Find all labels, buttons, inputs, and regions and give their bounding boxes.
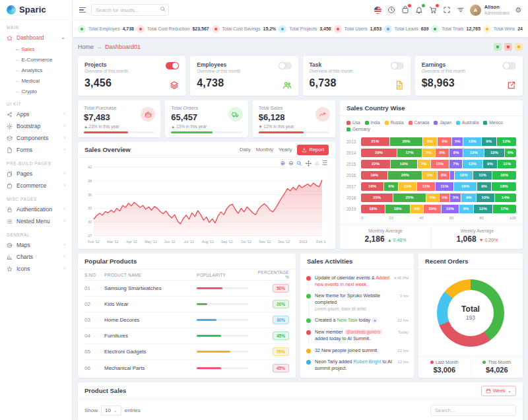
sidebar-item-maps[interactable]: Maps› (0, 239, 72, 251)
task-toggle[interactable] (391, 62, 404, 69)
bag-icon[interactable] (401, 6, 409, 14)
chevron-icon: › (63, 219, 65, 224)
donut-total-value: 193 (466, 314, 475, 321)
sidebar-item-nested-menu[interactable]: Nested Menu› (0, 215, 72, 227)
sidebar-subitem-medical[interactable]: –Medical (0, 75, 72, 86)
chevron-icon: › (63, 135, 65, 141)
range-daily-button[interactable]: Daily (240, 147, 251, 153)
bullet-icon: – (16, 78, 18, 84)
ribbon-stat-label: Total Cost Savings (222, 26, 261, 31)
svg-text:2013: 2013 (299, 240, 307, 244)
search-icon[interactable] (160, 6, 166, 13)
employees-toggle[interactable] (279, 62, 292, 69)
bell-icon[interactable] (415, 6, 423, 14)
zoom-out-icon[interactable]: ⊖ (288, 160, 294, 166)
segment-japan (450, 171, 454, 180)
flag-icon[interactable] (374, 7, 381, 14)
user-role: Administrator (484, 11, 510, 15)
segment-india: 17% (397, 149, 422, 157)
chevron-icon: › (63, 183, 65, 188)
bag-icon (7, 183, 13, 189)
activity-link[interactable]: @andreas.gurrero (345, 330, 382, 334)
legend-canada: Canada (409, 120, 430, 125)
week-filter-button[interactable]: Week⌄ (481, 386, 516, 396)
sidebar-toggle-icon[interactable] (79, 7, 86, 13)
sidebar-item-components[interactable]: Components› (0, 132, 72, 144)
gear-icon (7, 123, 13, 129)
product-sno: 03 (84, 317, 104, 323)
breadcrumb: Home → Dashboard01 (78, 42, 523, 52)
breadcrumb-actions (494, 43, 523, 51)
chevron-icon: › (63, 242, 65, 248)
segment-russia: 7% (426, 193, 439, 202)
sidebar-subitem-sales[interactable]: –Sales (0, 44, 72, 54)
sidebar-item-dashboard[interactable]: Dashboard⌄ (0, 32, 72, 44)
sidebar-subitem-label: Crypto (21, 88, 37, 94)
activity-link[interactable]: New Task (337, 317, 358, 323)
popularity-bar (197, 351, 248, 353)
segment-russia: 11% (399, 182, 416, 191)
search-input[interactable] (91, 4, 169, 16)
sidebar-subitem-analytics[interactable]: –Analytics (0, 65, 72, 75)
segment-mexico: 9% (477, 182, 491, 191)
table-search-input[interactable] (430, 405, 516, 416)
sidebar-item-icons[interactable]: Icons› (0, 263, 72, 275)
activity-link[interactable]: Robert Bright (353, 359, 381, 365)
filter-icon[interactable] (457, 6, 465, 14)
yellow-widget-button[interactable] (515, 43, 523, 51)
product-sno: 05 (84, 349, 104, 355)
svg-text:39: 39 (88, 179, 92, 183)
clock-icon[interactable] (387, 6, 395, 14)
sidebar-item-forms[interactable]: Forms› (0, 144, 72, 156)
sidebar-item-bootstrap[interactable]: Bootstrap› (0, 120, 72, 132)
user-menu[interactable]: A Alison Administrator (470, 5, 510, 16)
pan-icon[interactable] (306, 160, 312, 166)
team-icon (282, 81, 292, 90)
activity-text: New member @andreas.gurrero added today … (315, 329, 394, 341)
breadcrumb-home[interactable]: Home (78, 44, 94, 50)
report-button[interactable]: Report (297, 145, 329, 155)
popularity-bar (197, 303, 248, 305)
logo[interactable]: Sparic (0, 0, 72, 20)
expand-icon[interactable] (443, 6, 451, 14)
total-trials-icon (431, 25, 439, 33)
activity-link[interactable]: ● (372, 318, 378, 323)
svg-text:May '12: May '12 (145, 240, 156, 244)
selection-zoom-icon[interactable] (296, 160, 302, 166)
sidebar-item-ecommerce[interactable]: Ecommerce› (0, 180, 72, 192)
range-monthly-button[interactable]: Monthly (256, 147, 273, 153)
projects-toggle[interactable] (166, 62, 179, 69)
home-icon[interactable]: ⌂ (315, 160, 318, 166)
zoom-in-icon[interactable]: ⊕ (280, 160, 285, 166)
overview-card-employees: EmployeesOverview of this month4,738 (190, 56, 298, 96)
segment-australia: 9% (459, 205, 473, 213)
content: Home → Dashboard01 ProjectsOverview of t… (73, 37, 528, 420)
range-yearly-button[interactable]: Yearly (279, 147, 292, 153)
segment-mexico: 11% (473, 171, 492, 180)
segment-canada: 11% (431, 160, 449, 168)
cart-icon[interactable] (429, 6, 437, 14)
settings-gear-icon[interactable]: ⚙ (515, 7, 521, 14)
sidebar-subitem-e-commerce[interactable]: –E-Commerce (0, 54, 72, 65)
entries-label: entries (125, 407, 141, 413)
sidebar-subitem-crypto[interactable]: –Crypto (0, 86, 72, 96)
sidebar-item-authentication[interactable]: Authentication› (0, 203, 72, 215)
activity-dot-icon (306, 276, 311, 281)
chevron-icon: › (63, 207, 65, 212)
menu-icon[interactable]: ☰ (322, 160, 327, 166)
stat-card-total-orders: Total Orders65,457▲ 13% in this year (165, 100, 248, 137)
earnings-toggle[interactable] (503, 62, 516, 69)
country-bar-row: 201321%26%8%9%5%10%9%12% (346, 137, 516, 146)
red-widget-button[interactable] (504, 43, 512, 51)
sidebar-item-pages[interactable]: Pages› (0, 168, 72, 180)
segment-russia: 7% (422, 149, 435, 157)
entries-select[interactable]: 10⌄ (101, 405, 121, 415)
svg-text:27: 27 (88, 234, 92, 238)
topbar-icons (374, 6, 465, 14)
green-widget-button[interactable] (494, 43, 502, 51)
segment-australia: 13% (463, 149, 484, 157)
sidebar-item-apps[interactable]: Apps› (0, 108, 72, 120)
bullet-icon: – (16, 57, 18, 63)
sidebar-item-charts[interactable]: Charts› (0, 251, 72, 263)
chevron-icon: › (63, 112, 65, 117)
